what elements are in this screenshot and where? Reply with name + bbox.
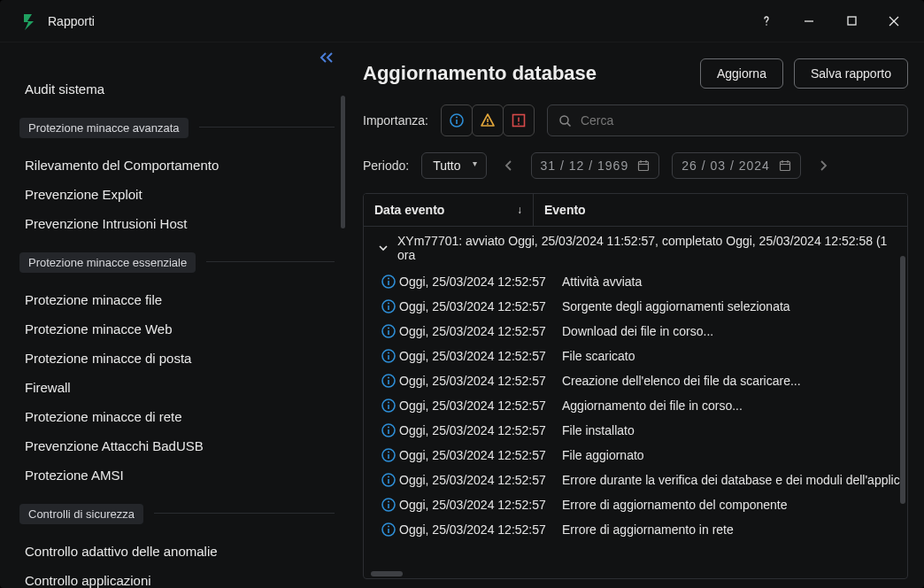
info-icon bbox=[378, 373, 399, 389]
table-row[interactable]: Oggi, 25/03/2024 12:52:57File scaricato bbox=[364, 344, 907, 368]
table-row[interactable]: Oggi, 25/03/2024 12:52:57Aggiornamento d… bbox=[364, 393, 907, 418]
info-icon bbox=[378, 398, 399, 414]
next-period-button[interactable] bbox=[813, 159, 833, 172]
table-row[interactable]: Oggi, 25/03/2024 12:52:57Errore di aggio… bbox=[364, 492, 907, 517]
sidebar: Audit sistema Protezione minacce avanzat… bbox=[0, 43, 345, 588]
table-group-row[interactable]: XYm77701: avviato Oggi, 25/03/2024 11:52… bbox=[364, 227, 907, 269]
table-row[interactable]: Oggi, 25/03/2024 12:52:57Creazione dell'… bbox=[364, 368, 907, 393]
maximize-button[interactable] bbox=[832, 4, 871, 39]
sidebar-item-app-control[interactable]: Controllo applicazioni bbox=[25, 566, 329, 588]
table-row[interactable]: Oggi, 25/03/2024 12:52:57File aggiornato bbox=[364, 443, 907, 468]
column-header-event[interactable]: Evento bbox=[534, 194, 907, 226]
sidebar-item-exploit[interactable]: Prevenzione Exploit bbox=[25, 180, 329, 209]
table-row[interactable]: Oggi, 25/03/2024 12:52:57File installato bbox=[364, 418, 907, 443]
event-text: Download dei file in corso... bbox=[553, 324, 907, 338]
group-summary-text: XYm77701: avviato Oggi, 25/03/2024 11:52… bbox=[397, 234, 900, 262]
sort-descending-icon: ↓ bbox=[517, 204, 522, 216]
divider bbox=[154, 513, 335, 514]
period-select[interactable]: Tutto bbox=[421, 152, 486, 179]
event-text: Errore di aggiornamento del componente bbox=[553, 498, 907, 512]
event-date: Oggi, 25/03/2024 12:52:57 bbox=[399, 522, 553, 537]
svg-point-27 bbox=[388, 303, 389, 305]
sidebar-group-label: Protezione minacce avanzata bbox=[19, 118, 189, 138]
svg-point-24 bbox=[388, 278, 389, 280]
table-row[interactable]: Oggi, 25/03/2024 12:52:57Download dei fi… bbox=[364, 319, 907, 344]
svg-point-13 bbox=[560, 116, 568, 124]
event-text: Creazione dell'elenco dei file da scaric… bbox=[553, 374, 907, 388]
info-icon bbox=[378, 323, 399, 339]
sidebar-item-audit[interactable]: Audit sistema bbox=[25, 74, 329, 104]
sidebar-item-firewall[interactable]: Firewall bbox=[25, 373, 329, 402]
importance-info-toggle[interactable] bbox=[441, 104, 473, 136]
sidebar-item-hips[interactable]: Prevenzione Intrusioni Host bbox=[25, 209, 329, 238]
save-report-button[interactable]: Salva rapporto bbox=[794, 58, 908, 89]
collapse-sidebar-icon[interactable] bbox=[319, 51, 335, 64]
svg-point-45 bbox=[388, 452, 389, 453]
date-from-input[interactable]: 31 / 12 / 1969 bbox=[531, 152, 660, 179]
sidebar-item-anomaly-control[interactable]: Controllo adattivo delle anomalie bbox=[25, 537, 329, 566]
info-icon bbox=[378, 348, 399, 364]
event-text: File aggiornato bbox=[553, 448, 907, 462]
table-row[interactable]: Oggi, 25/03/2024 12:52:57Errore durante … bbox=[364, 468, 907, 492]
importance-warning-toggle[interactable] bbox=[472, 104, 504, 136]
svg-point-36 bbox=[388, 377, 389, 379]
search-icon bbox=[558, 114, 572, 128]
svg-point-39 bbox=[388, 402, 389, 404]
calendar-icon bbox=[637, 159, 650, 172]
help-button[interactable] bbox=[747, 4, 786, 39]
sidebar-item-network-threat[interactable]: Protezione minacce di rete bbox=[25, 402, 329, 431]
event-text: File scaricato bbox=[553, 349, 907, 363]
prev-period-button[interactable] bbox=[499, 159, 519, 172]
search-input[interactable] bbox=[581, 113, 897, 128]
info-icon bbox=[378, 447, 399, 463]
svg-line-14 bbox=[567, 123, 571, 127]
table-row[interactable]: Oggi, 25/03/2024 12:52:57Sorgente degli … bbox=[364, 294, 907, 319]
svg-point-12 bbox=[518, 123, 520, 125]
event-date: Oggi, 25/03/2024 12:52:57 bbox=[399, 423, 553, 437]
table-row[interactable]: Oggi, 25/03/2024 12:52:57Attività avviat… bbox=[364, 269, 907, 294]
importance-label: Importanza: bbox=[363, 113, 428, 128]
importance-critical-toggle[interactable] bbox=[503, 104, 535, 136]
svg-rect-15 bbox=[639, 162, 649, 171]
sidebar-item-web-threat[interactable]: Protezione minacce Web bbox=[25, 314, 329, 344]
date-to-input[interactable]: 26 / 03 / 2024 bbox=[672, 152, 801, 179]
horizontal-scrollbar[interactable] bbox=[371, 571, 403, 576]
app-window: Rapporti Audit sistema Protezione bbox=[0, 0, 924, 588]
sidebar-item-behavior[interactable]: Rilevamento del Comportamento bbox=[25, 151, 329, 180]
header-row: Aggiornamento database Aggiorna Salva ra… bbox=[363, 58, 908, 89]
info-icon bbox=[378, 522, 399, 538]
vertical-scrollbar[interactable] bbox=[900, 256, 905, 504]
svg-point-54 bbox=[388, 526, 389, 528]
event-date: Oggi, 25/03/2024 12:52:57 bbox=[399, 448, 553, 462]
window-title: Rapporti bbox=[48, 14, 747, 28]
svg-point-33 bbox=[388, 352, 389, 354]
info-icon bbox=[378, 298, 399, 314]
event-text: Attività avviata bbox=[553, 275, 907, 289]
event-text: Errore di aggiornamento in rete bbox=[553, 522, 907, 537]
table-row[interactable]: Oggi, 25/03/2024 12:52:57Errore di aggio… bbox=[364, 517, 907, 542]
column-header-date[interactable]: Data evento ↓ bbox=[364, 194, 534, 226]
page-title: Aggiornamento database bbox=[363, 62, 597, 85]
info-icon bbox=[378, 274, 399, 290]
event-text: Aggiornamento dei file in corso... bbox=[553, 398, 907, 413]
sidebar-item-file-threat[interactable]: Protezione minacce file bbox=[25, 285, 329, 314]
sidebar-item-amsi[interactable]: Protezione AMSI bbox=[25, 460, 329, 490]
event-date: Oggi, 25/03/2024 12:52:57 bbox=[399, 299, 553, 313]
sidebar-item-mail-threat[interactable]: Protezione minacce di posta bbox=[25, 344, 329, 373]
divider bbox=[206, 261, 335, 262]
sidebar-item-badusb[interactable]: Prevenzione Attacchi BadUSB bbox=[25, 431, 329, 460]
date-from-value: 31 / 12 / 1969 bbox=[541, 159, 629, 173]
event-text: File installato bbox=[553, 423, 907, 437]
close-button[interactable] bbox=[874, 4, 913, 39]
minimize-button[interactable] bbox=[789, 4, 828, 39]
refresh-button[interactable]: Aggiorna bbox=[700, 58, 783, 89]
sidebar-scrollbar[interactable] bbox=[341, 96, 345, 228]
events-table: Data evento ↓ Evento XYm77701: avviato O… bbox=[363, 193, 908, 579]
main-pane: Aggiornamento database Aggiorna Salva ra… bbox=[345, 43, 924, 588]
svg-point-30 bbox=[388, 328, 389, 329]
titlebar: Rapporti bbox=[0, 0, 924, 43]
svg-point-9 bbox=[487, 123, 489, 125]
period-label: Periodo: bbox=[363, 159, 409, 173]
search-box[interactable] bbox=[547, 104, 908, 136]
info-icon bbox=[378, 422, 399, 438]
